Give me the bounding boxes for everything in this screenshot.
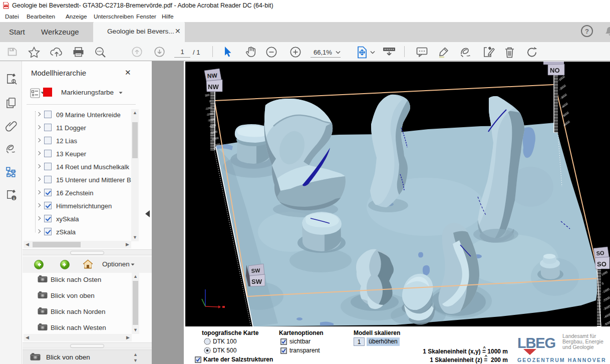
svg-text:SO: SO <box>597 260 606 268</box>
svg-text:?: ? <box>585 28 589 35</box>
svg-text:SW: SW <box>251 267 260 274</box>
svg-text:NO: NO <box>550 67 560 74</box>
svg-text:NW: NW <box>208 83 219 91</box>
svg-text:SW: SW <box>251 278 262 285</box>
svg-text:SO: SO <box>596 250 604 256</box>
svg-text:PDF: PDF <box>4 5 9 7</box>
svg-text:NW: NW <box>207 72 218 80</box>
